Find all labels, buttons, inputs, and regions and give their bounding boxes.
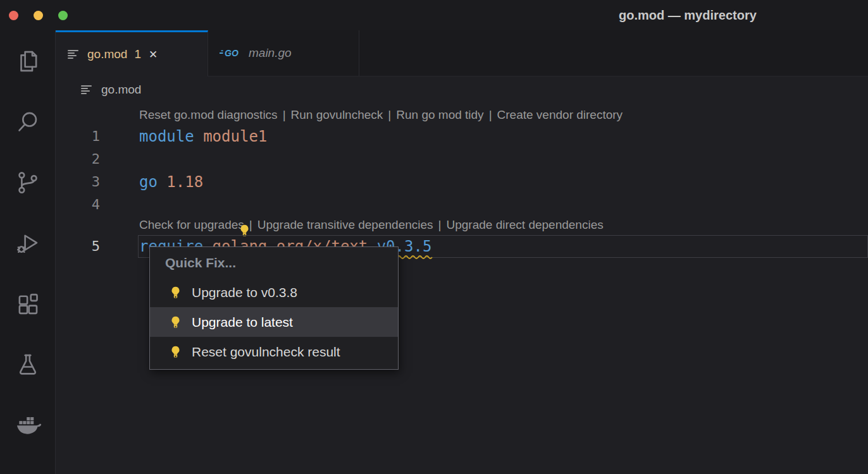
tab-go-mod-badge: 1	[134, 47, 141, 61]
go-mod-file-icon	[67, 48, 80, 61]
quick-fix-item-upgrade-latest[interactable]: Upgrade to latest	[150, 307, 398, 337]
code-line-1[interactable]: 1 modulemodule1	[56, 125, 868, 148]
files-icon	[15, 48, 41, 75]
codelens-link[interactable]: Upgrade transitive dependencies	[257, 218, 433, 231]
codelens-link[interactable]: Create vendor directory	[497, 108, 623, 121]
minimize-window-button[interactable]	[34, 11, 43, 20]
tab-go-mod-label: go.mod	[87, 47, 127, 61]
close-window-button[interactable]	[9, 11, 18, 20]
quick-fix-header: Quick Fix...	[150, 253, 398, 272]
code-line-4[interactable]: 4	[56, 193, 868, 216]
codelens-link[interactable]: Run go mod tidy	[396, 108, 483, 121]
sidebar-item-testing[interactable]	[15, 351, 41, 378]
go-version: 1.18	[166, 173, 203, 191]
line-number: 2	[56, 148, 108, 171]
lightbulb-icon	[169, 286, 182, 299]
quick-fix-item-reset-govulncheck[interactable]: Reset govulncheck result	[150, 337, 398, 367]
title-bar: go.mod — mydirectory	[0, 0, 868, 30]
sidebar-item-search[interactable]	[15, 109, 41, 135]
quick-fix-item-label: Upgrade to v0.3.8	[192, 285, 297, 300]
docker-whale-icon	[15, 412, 41, 439]
lightbulb-icon	[169, 315, 182, 329]
code-line-3[interactable]: 3 go1.18	[56, 171, 868, 193]
quick-fix-menu: Quick Fix... Upgrade to v0.3.8 Upgrade t…	[149, 246, 399, 370]
code-line-2[interactable]: 2	[56, 148, 868, 171]
lightbulb-icon	[169, 345, 182, 358]
go-mod-file-icon	[80, 83, 93, 96]
extensions-icon	[15, 291, 41, 317]
zoom-window-button[interactable]	[58, 11, 68, 20]
codelens-gomod-commands: Reset go.mod diagnostics|Run govulncheck…	[139, 103, 868, 125]
tab-bar: go.mod 1 ✕ GO main.go	[56, 30, 868, 76]
breadcrumb[interactable]: go.mod	[56, 76, 868, 103]
line-number: 3	[56, 171, 108, 193]
keyword-go: go	[139, 173, 158, 191]
sidebar-item-run-and-debug[interactable]	[15, 230, 41, 257]
sidebar-item-source-control[interactable]	[15, 169, 41, 196]
sidebar-item-extensions[interactable]	[15, 291, 41, 317]
quick-fix-item-label: Reset govulncheck result	[192, 344, 340, 360]
line-number: 4	[56, 193, 108, 216]
codelens-link[interactable]: Run govulncheck	[291, 108, 383, 121]
quick-fix-item-label: Upgrade to latest	[192, 315, 293, 330]
search-icon	[15, 109, 41, 135]
tab-close-icon[interactable]: ✕	[149, 48, 158, 61]
git-branch-icon	[15, 169, 41, 196]
activity-bar	[0, 30, 56, 474]
main-area: go.mod 1 ✕ GO main.go go.m	[0, 30, 868, 474]
breadcrumb-filename: go.mod	[101, 83, 141, 97]
codelens-link[interactable]: Reset go.mod diagnostics	[139, 108, 278, 121]
keyword-module: module	[139, 128, 194, 145]
line-number: 5	[56, 235, 108, 258]
sidebar-item-explorer[interactable]	[15, 48, 41, 75]
module-name: module1	[203, 128, 267, 145]
tab-bar-empty-space	[359, 30, 868, 76]
codelens-link[interactable]: Upgrade direct dependencies	[447, 218, 604, 231]
tab-go-mod[interactable]: go.mod 1 ✕	[56, 30, 208, 76]
run-debug-icon	[15, 230, 41, 257]
window-title: go.mod — mydirectory	[619, 0, 757, 30]
sidebar-item-docker[interactable]	[15, 412, 41, 439]
line-number: 1	[56, 125, 108, 148]
beaker-icon	[15, 351, 41, 378]
tab-main-go-label: main.go	[249, 46, 292, 60]
svg-text:GO: GO	[225, 48, 239, 58]
go-logo-icon: GO	[220, 47, 242, 59]
quick-fix-item-upgrade-v038[interactable]: Upgrade to v0.3.8	[150, 277, 398, 307]
tab-main-go[interactable]: GO main.go	[208, 30, 359, 76]
